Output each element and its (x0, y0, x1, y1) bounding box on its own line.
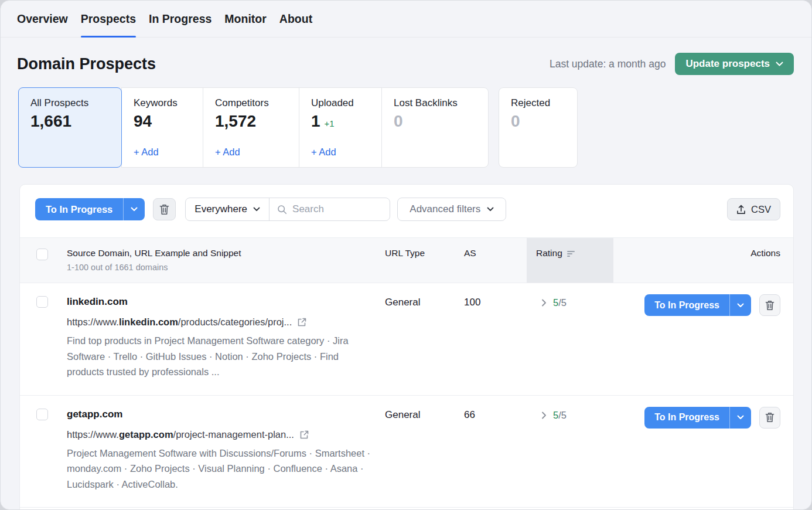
row-action-dropdown[interactable] (729, 294, 751, 316)
url-snippet: Project Management Software with Discuss… (67, 446, 373, 492)
card-label: Competitors (215, 97, 287, 109)
authority-score-value: 100 (464, 296, 527, 380)
next-row-stub (20, 508, 793, 510)
actions-cell: To In Progress (613, 407, 793, 492)
advanced-filters-button[interactable]: Advanced filters (397, 198, 506, 221)
tab-in-progress[interactable]: In Progress (149, 1, 211, 37)
advanced-filters-label: Advanced filters (410, 203, 480, 215)
column-rating-label: Rating (536, 248, 562, 259)
select-all-checkbox[interactable] (36, 249, 48, 260)
chevron-right-icon[interactable] (541, 412, 547, 419)
pagination-summary: 1-100 out of 1661 domains (67, 263, 385, 272)
trash-icon (765, 300, 775, 311)
row-delete-button[interactable] (759, 294, 780, 316)
tab-label: Monitor (224, 12, 266, 26)
card-all-prospects[interactable]: All Prospects 1,661 (18, 87, 122, 168)
search-scope-value: Everywhere (195, 203, 247, 215)
tab-label: Overview (17, 12, 68, 26)
column-authority-score[interactable]: AS (464, 238, 527, 283)
card-keywords[interactable]: Keywords 94 + Add (121, 87, 203, 168)
rating-value: 5 (553, 410, 558, 420)
rating-cell[interactable]: 5/5 (527, 296, 613, 380)
trash-icon (159, 204, 169, 215)
active-tab-underline (81, 36, 136, 38)
prospects-panel: To In Progress Everywhere (19, 184, 794, 510)
tab-about[interactable]: About (279, 1, 312, 37)
card-lost-backlinks[interactable]: Lost Backlinks 0 (381, 87, 489, 168)
chevron-down-icon (253, 207, 260, 212)
source-domain[interactable]: getapp.com (67, 409, 385, 420)
row-delete-button[interactable] (759, 407, 780, 429)
row-checkbox[interactable] (36, 409, 48, 420)
bulk-to-in-progress-label: To In Progress (35, 198, 123, 220)
url-snippet: Find top products in Project Management … (67, 333, 373, 380)
rating-cell[interactable]: 5/5 (527, 409, 613, 492)
column-url-type[interactable]: URL Type (385, 238, 464, 283)
row-action-dropdown[interactable] (729, 407, 751, 429)
row-to-in-progress-button[interactable]: To In Progress (644, 407, 751, 429)
card-value: 1,661 (30, 112, 110, 131)
chevron-right-icon[interactable] (541, 299, 547, 307)
update-prospects-button[interactable]: Update prospects (675, 53, 794, 75)
header-checkbox-cell (20, 238, 67, 283)
external-link-icon[interactable] (297, 317, 307, 327)
card-label: All Prospects (30, 97, 110, 109)
card-uploaded[interactable]: Uploaded 1 +1 + Add (299, 87, 382, 168)
table-row: linkedin.com https://www.linkedin.com/pr… (20, 283, 793, 396)
search-box (269, 198, 390, 220)
url-text[interactable]: https://www.getapp.com/project-managemen… (67, 429, 294, 440)
row-action-label: To In Progress (644, 294, 729, 316)
export-csv-button[interactable]: CSV (727, 198, 780, 220)
update-prospects-label: Update prospects (685, 58, 770, 70)
add-uploaded-link[interactable]: + Add (311, 147, 370, 158)
add-competitors-link[interactable]: + Add (215, 147, 287, 158)
export-csv-label: CSV (751, 204, 771, 215)
chevron-down-icon (776, 62, 783, 67)
bulk-to-in-progress-button[interactable]: To In Progress (35, 198, 145, 220)
tab-monitor[interactable]: Monitor (224, 1, 266, 37)
card-competitors[interactable]: Competitors 1,572 + Add (203, 87, 299, 168)
export-icon (736, 205, 746, 215)
card-label: Uploaded (311, 97, 370, 109)
chevron-down-icon (487, 207, 494, 212)
card-label: Rejected (511, 97, 565, 109)
top-nav: Overview Prospects In Progress Monitor A… (1, 1, 811, 38)
actions-cell: To In Progress (613, 294, 793, 380)
search-input[interactable] (292, 203, 382, 215)
rating-max: /5 (558, 410, 567, 420)
trash-icon (765, 412, 775, 423)
bulk-action-dropdown[interactable] (123, 198, 145, 220)
column-actions: Actions (613, 238, 793, 283)
card-value: 0 (511, 112, 565, 131)
url-example: https://www.getapp.com/project-managemen… (67, 429, 385, 440)
url-text[interactable]: https://www.linkedin.com/products/catego… (67, 317, 292, 328)
column-source-label: Source Domain, URL Example and Snippet (67, 248, 385, 259)
card-value: 1 (311, 112, 320, 131)
source-domain[interactable]: linkedin.com (67, 296, 385, 308)
row-to-in-progress-button[interactable]: To In Progress (644, 294, 751, 316)
app-window: Overview Prospects In Progress Monitor A… (0, 0, 812, 510)
search-icon (277, 205, 287, 215)
card-value: 0 (394, 112, 476, 131)
card-delta-badge: +1 (325, 118, 335, 128)
url-type-value: General (385, 409, 464, 492)
tab-label: About (279, 12, 312, 26)
url-example: https://www.linkedin.com/products/catego… (67, 317, 385, 328)
page-header: Domain Prospects Last update: a month ag… (17, 51, 794, 77)
row-checkbox[interactable] (36, 296, 48, 308)
sort-descending-icon (567, 251, 575, 257)
add-keywords-link[interactable]: + Add (134, 147, 191, 158)
row-action-label: To In Progress (644, 407, 729, 429)
tab-label: Prospects (81, 12, 136, 26)
page-title: Domain Prospects (17, 55, 156, 73)
card-rejected[interactable]: Rejected 0 (499, 87, 578, 168)
search-scope-select[interactable]: Everywhere (186, 198, 269, 220)
table-row: getapp.com https://www.getapp.com/projec… (20, 396, 793, 508)
table-toolbar: To In Progress Everywhere (20, 185, 793, 237)
bulk-delete-button[interactable] (153, 198, 176, 220)
tab-overview[interactable]: Overview (17, 1, 68, 37)
authority-score-value: 66 (464, 409, 527, 492)
tab-prospects[interactable]: Prospects (81, 1, 136, 37)
column-rating[interactable]: Rating (527, 238, 613, 283)
external-link-icon[interactable] (299, 430, 309, 440)
